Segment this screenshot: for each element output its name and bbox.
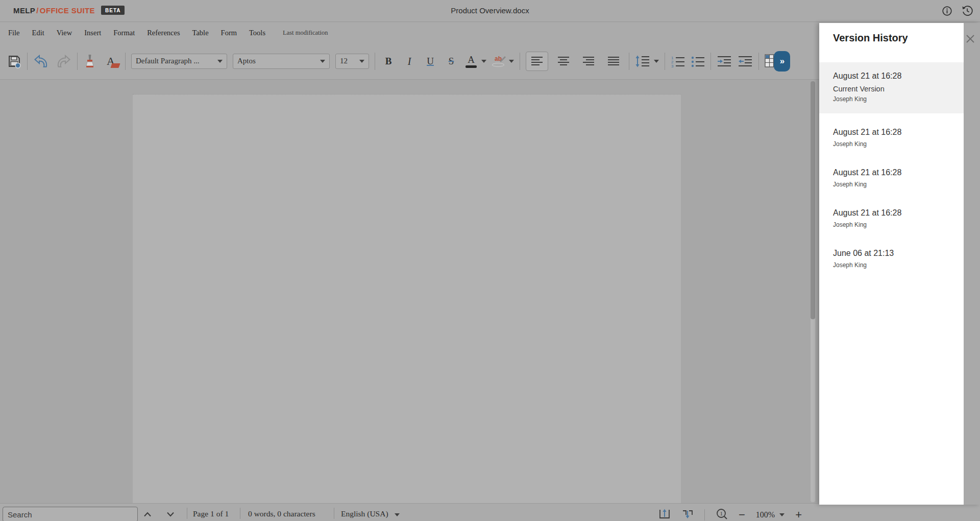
- statusbar-separator: [334, 508, 334, 519]
- panel-right-strip: [964, 23, 980, 505]
- menu-table[interactable]: Table: [192, 29, 209, 37]
- version-author: Joseph King: [833, 96, 959, 103]
- version-entry-current[interactable]: August 21 at 16:28 Current Version Josep…: [819, 62, 964, 113]
- zoom-out-button[interactable]: −: [739, 510, 745, 520]
- version-author: Joseph King: [833, 140, 959, 148]
- vertical-scrollbar[interactable]: [811, 81, 815, 502]
- version-entry[interactable]: June 06 at 21:13 Joseph King: [819, 244, 964, 284]
- language-selector[interactable]: English (USA): [341, 509, 400, 518]
- language-value: English (USA): [341, 509, 388, 518]
- align-justify-button[interactable]: [604, 52, 623, 71]
- search-input[interactable]: [3, 510, 137, 519]
- panel-title: Version History: [833, 32, 908, 44]
- toolbar-separator: [125, 53, 126, 70]
- version-date: August 21 at 16:28: [833, 168, 959, 177]
- word-count[interactable]: 0 words, 0 characters: [248, 509, 315, 518]
- font-name-select[interactable]: Aptos: [233, 54, 330, 69]
- chevron-down-icon: [779, 513, 785, 516]
- multi-page-view-icon[interactable]: [681, 508, 694, 521]
- line-spacing-dropdown-icon[interactable]: [654, 60, 659, 63]
- chevron-down-icon: [395, 513, 400, 516]
- font-size-select[interactable]: 12: [335, 54, 369, 69]
- decrease-indent-icon[interactable]: [738, 55, 753, 67]
- single-page-view-icon[interactable]: [658, 508, 671, 521]
- svg-text:3: 3: [671, 64, 674, 67]
- last-modification-label: Last modification: [283, 29, 328, 37]
- toolbar-separator: [758, 53, 759, 70]
- toolbar-separator: [27, 53, 28, 70]
- version-history-panel: Version History August 21 at 16:28 Curre…: [819, 23, 980, 505]
- version-history-icon[interactable]: [961, 4, 974, 17]
- align-right-button[interactable]: [579, 52, 598, 71]
- paragraph-style-value: Default Paragraph ...: [136, 57, 213, 65]
- menu-edit[interactable]: Edit: [32, 29, 44, 37]
- version-date: August 21 at 16:28: [833, 128, 959, 137]
- version-entry[interactable]: August 21 at 16:28 Joseph King: [819, 203, 964, 244]
- document-page[interactable]: [133, 94, 681, 503]
- bold-button[interactable]: B: [381, 53, 396, 70]
- title-bar: MELP / OFFICE SUITE BETA Product Overvie…: [0, 0, 980, 22]
- save-icon[interactable]: [7, 54, 21, 68]
- version-date: August 21 at 16:28: [833, 208, 959, 218]
- chevron-down-icon: [320, 60, 325, 63]
- menu-format[interactable]: Format: [113, 29, 135, 37]
- app-window: MELP / OFFICE SUITE BETA Product Overvie…: [0, 0, 980, 521]
- version-date: August 21 at 16:28: [833, 72, 959, 81]
- line-spacing-button[interactable]: [635, 55, 650, 67]
- toolbar-more-button[interactable]: »: [774, 51, 790, 72]
- increase-indent-icon[interactable]: [717, 55, 732, 67]
- menu-view[interactable]: View: [57, 29, 72, 37]
- statusbar-separator: [704, 509, 705, 520]
- menu-form[interactable]: Form: [221, 29, 237, 37]
- search-next-icon[interactable]: [166, 510, 175, 519]
- underline-button[interactable]: U: [423, 53, 438, 70]
- version-author: Joseph King: [833, 262, 959, 269]
- redo-icon[interactable]: [55, 55, 71, 68]
- font-color-bar: [465, 65, 477, 68]
- align-center-button[interactable]: [554, 52, 573, 71]
- search-previous-icon[interactable]: [143, 510, 152, 519]
- paragraph-style-select[interactable]: Default Paragraph ...: [131, 54, 227, 69]
- page-indicator[interactable]: Page 1 of 1: [193, 509, 229, 518]
- toolbar-separator: [629, 53, 629, 70]
- version-date: June 06 at 21:13: [833, 249, 959, 258]
- version-author: Joseph King: [833, 221, 959, 228]
- clear-formatting-icon[interactable]: A: [102, 53, 119, 70]
- zoom-level-value: 100%: [756, 510, 775, 519]
- svg-text:1: 1: [720, 510, 723, 516]
- status-bar: Page 1 of 1 0 words, 0 characters Englis…: [0, 503, 980, 521]
- italic-button[interactable]: I: [402, 53, 417, 70]
- font-color-button[interactable]: A: [464, 55, 478, 68]
- chevron-down-icon: [217, 60, 223, 63]
- pencil-icon: [498, 56, 506, 64]
- close-icon[interactable]: [964, 33, 976, 45]
- clone-formatting-icon[interactable]: [83, 54, 96, 69]
- version-entry[interactable]: August 21 at 16:28 Joseph King: [819, 123, 964, 163]
- undo-icon[interactable]: [33, 55, 50, 68]
- version-entry[interactable]: August 21 at 16:28 Joseph King: [819, 163, 964, 203]
- zoom-level-selector[interactable]: 100%: [756, 510, 785, 519]
- info-icon[interactable]: [940, 4, 953, 17]
- highlight-dropdown-icon[interactable]: [509, 60, 514, 63]
- highlight-color-button[interactable]: ab: [492, 56, 504, 67]
- strikethrough-button[interactable]: S: [444, 53, 459, 70]
- search-box: [3, 507, 138, 521]
- toolbar-separator: [77, 53, 78, 70]
- menu-references[interactable]: References: [147, 29, 180, 37]
- bullet-list-icon[interactable]: [691, 55, 705, 67]
- menu-tools[interactable]: Tools: [249, 29, 265, 37]
- font-size-value: 12: [340, 57, 355, 65]
- font-color-dropdown-icon[interactable]: [481, 60, 486, 63]
- toolbar-separator: [710, 53, 711, 70]
- zoom-to-page-icon[interactable]: 1: [716, 508, 728, 521]
- toolbar-separator: [665, 53, 665, 70]
- toolbar-overflow-group: »: [765, 51, 790, 72]
- menu-file[interactable]: File: [8, 29, 20, 37]
- menu-insert[interactable]: Insert: [84, 29, 101, 37]
- zoom-in-button[interactable]: +: [795, 510, 802, 520]
- version-list: August 21 at 16:28 Current Version Josep…: [819, 62, 964, 284]
- numbered-list-icon[interactable]: 123: [671, 55, 685, 67]
- statusbar-separator: [187, 508, 187, 519]
- align-left-button[interactable]: [526, 52, 548, 71]
- scrollbar-thumb[interactable]: [811, 81, 815, 319]
